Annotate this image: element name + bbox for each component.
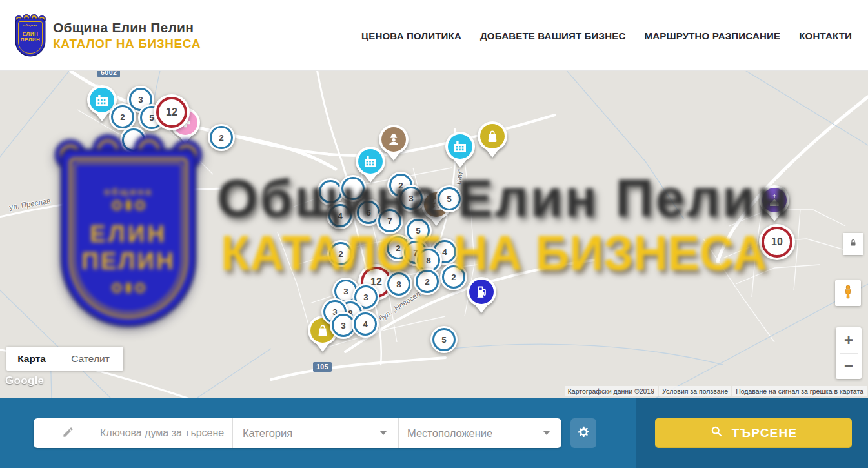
padlock-icon — [849, 238, 858, 250]
cluster-marker[interactable]: 7 — [376, 207, 403, 234]
chevron-down-icon — [380, 431, 387, 435]
cluster-marker[interactable]: 4 — [327, 202, 354, 229]
map-type-control: Карта Сателит — [6, 347, 123, 371]
header: община ЕЛИН ПЕЛИН Община Елин Пелин КАТА… — [0, 0, 868, 71]
cluster-marker[interactable]: 2 — [327, 240, 354, 267]
shopping-bag-pin[interactable] — [478, 121, 507, 158]
cluster-marker[interactable]: 12 — [154, 94, 190, 130]
category-select[interactable]: Категория — [232, 418, 398, 448]
cluster-marker[interactable] — [120, 127, 147, 154]
road-label: 6002 — [97, 71, 120, 77]
pegman-icon — [840, 284, 856, 302]
map-canvas[interactable]: 6002105ул. Преславбул. „Новоселции“32512… — [0, 71, 868, 398]
site-title: Община Елин Пелин — [53, 20, 201, 36]
location-select[interactable]: Местоположение — [398, 418, 561, 448]
map-attribution: Картографски данни ©2019 Условия за полз… — [565, 386, 867, 396]
road-label: 105 — [313, 362, 332, 372]
cluster-marker[interactable]: 5 — [436, 185, 463, 212]
nav-add-your-business[interactable]: ДОБАВЕТЕ ВАШИЯТ БИЗНЕС — [480, 30, 625, 41]
site-subtitle: КАТАЛОГ НА БИЗНЕСА — [53, 37, 201, 51]
keyword-search-input[interactable] — [100, 427, 229, 439]
keyword-field-wrap — [34, 418, 232, 448]
pencil-icon — [62, 426, 74, 441]
zoom-out-button[interactable]: − — [836, 354, 862, 379]
markers-layer: 6002105ул. Преславбул. „Новоселции“32512… — [0, 71, 868, 398]
cluster-marker[interactable] — [339, 175, 367, 202]
nav-pricing-policy[interactable]: ЦЕНОВА ПОЛИТИКА — [361, 30, 461, 41]
municipality-crest-icon: община ЕЛИН ПЕЛИН — [14, 15, 46, 56]
site-logo[interactable]: община ЕЛИН ПЕЛИН Община Елин Пелин КАТА… — [14, 15, 201, 56]
cluster-marker[interactable]: 5 — [430, 326, 458, 353]
map-type-satellite-button[interactable]: Сателит — [57, 347, 123, 371]
zoom-in-button[interactable]: + — [836, 328, 862, 353]
street-view-pegman-button[interactable] — [835, 280, 861, 306]
main-nav: ЦЕНОВА ПОЛИТИКА ДОБАВЕТЕ ВАШИЯТ БИЗНЕС М… — [361, 0, 852, 71]
cluster-marker[interactable]: 2 — [208, 124, 235, 151]
search-icon — [710, 425, 723, 442]
search-fields: Категория Местоположение — [34, 418, 561, 448]
fuel-pin[interactable] — [467, 277, 496, 313]
attribution-report-link[interactable]: Подаване на сигнал за грешка в картата — [732, 386, 867, 396]
page: община ЕЛИН ПЕЛИН Община Елин Пелин КАТА… — [0, 0, 868, 468]
cluster-marker[interactable]: 8 — [385, 270, 412, 298]
google-logo[interactable]: Google — [5, 374, 44, 387]
cluster-marker[interactable]: 4 — [352, 310, 379, 338]
nav-contacts[interactable]: КОНТАКТИ — [799, 30, 852, 41]
chevron-down-icon — [543, 431, 550, 435]
advanced-search-button[interactable] — [570, 418, 596, 448]
search-bar: Категория Местоположение ТЪРСЕНЕ — [0, 398, 868, 468]
search-button[interactable]: ТЪРСЕНЕ — [655, 418, 852, 448]
attribution-terms-link[interactable]: Условия за ползване — [659, 386, 731, 396]
lock-button[interactable] — [843, 233, 863, 255]
cluster-marker[interactable]: 2 — [440, 263, 467, 290]
gear-icon — [577, 425, 590, 442]
church-pin[interactable] — [760, 185, 789, 221]
factory-pin[interactable] — [445, 132, 475, 168]
street-label: ции“ — [454, 168, 465, 185]
street-label: ул. Преслав — [8, 197, 51, 211]
cluster-marker[interactable]: 10 — [759, 224, 795, 260]
attribution-data-notice: Картографски данни ©2019 — [565, 386, 658, 396]
nav-route-schedule[interactable]: МАРШРУТНО РАЗПИСАНИЕ — [644, 30, 780, 41]
zoom-control: + − — [836, 327, 862, 379]
cluster-marker[interactable]: 2 — [414, 268, 441, 295]
map-type-map-button[interactable]: Карта — [6, 347, 57, 371]
